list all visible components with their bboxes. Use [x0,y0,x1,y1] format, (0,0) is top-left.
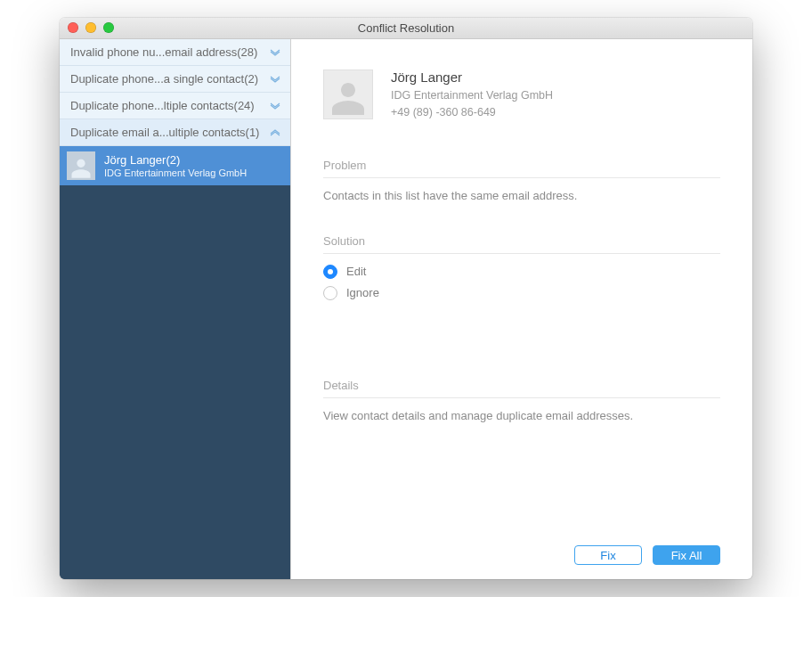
category-dup-phone-single[interactable]: Duplicate phone...a single contact(2) [60,66,290,93]
window-title: Conflict Resolution [60,21,752,35]
footer-buttons: Fix Fix All [323,536,720,565]
contact-name: Jörg Langer [391,69,553,85]
contact-phone: +49 (89) -360 86-649 [391,104,553,121]
contact-count: (2) [166,153,180,167]
close-window-button[interactable] [68,22,78,33]
main-panel: Jörg Langer IDG Entertainment Verlag Gmb… [291,39,752,579]
sidebar: Invalid phone nu...email address(28) Dup… [60,39,291,579]
window-controls [68,22,114,33]
conflict-resolution-window: Conflict Resolution Invalid phone nu...e… [60,18,752,579]
category-dup-email-multiple[interactable]: Duplicate email a...ultiple contacts(1) [60,119,290,146]
category-count: (28) [237,45,257,59]
contact-header: Jörg Langer IDG Entertainment Verlag Gmb… [323,69,720,121]
details-text: View contact details and manage duplicat… [323,409,720,422]
category-dup-phone-multiple[interactable]: Duplicate phone...ltiple contacts(24) [60,93,290,119]
chevron-down-icon [269,75,281,84]
radio-label: Edit [346,265,366,278]
solution-label: Solution [323,234,720,248]
contact-name: Jörg Langer [104,153,166,167]
category-count: (24) [234,99,255,112]
category-label: Duplicate email a...ultiple contacts [70,126,246,139]
category-label: Duplicate phone...a single contact [70,72,244,86]
divider [323,177,720,178]
divider [323,253,720,254]
radio-label: Ignore [346,286,379,299]
radio-icon [323,286,337,300]
contact-org: IDG Entertainment Verlag GmbH [104,168,247,178]
minimize-window-button[interactable] [85,22,96,33]
chevron-down-icon [269,102,281,110]
category-label: Invalid phone nu...email address [70,45,237,59]
category-invalid-phone-email[interactable]: Invalid phone nu...email address(28) [60,39,290,66]
zoom-window-button[interactable] [103,22,114,33]
category-label: Duplicate phone...ltiple contacts [70,99,234,112]
problem-label: Problem [323,159,720,172]
solution-option-edit[interactable]: Edit [323,265,720,279]
sidebar-contact-selected[interactable]: Jörg Langer(2) IDG Entertainment Verlag … [60,146,290,185]
fix-all-button[interactable]: Fix All [653,545,720,565]
fix-button[interactable]: Fix [574,545,642,565]
chevron-down-icon [269,48,281,57]
window-body: Invalid phone nu...email address(28) Dup… [60,39,752,579]
titlebar[interactable]: Conflict Resolution [60,18,752,39]
solution-option-ignore[interactable]: Ignore [323,286,720,300]
avatar-icon [323,69,373,119]
category-count: (2) [244,72,258,86]
avatar-icon [67,151,95,180]
radio-icon [323,265,337,279]
divider [323,397,720,398]
contact-org: IDG Entertainment Verlag GmbH [391,87,553,104]
details-label: Details [323,379,720,392]
problem-text: Contacts in this list have the same emai… [323,189,720,202]
solution-options: Edit Ignore [323,265,720,307]
sidebar-spacer [60,185,290,579]
chevron-up-icon [269,128,281,137]
category-count: (1) [246,126,260,139]
